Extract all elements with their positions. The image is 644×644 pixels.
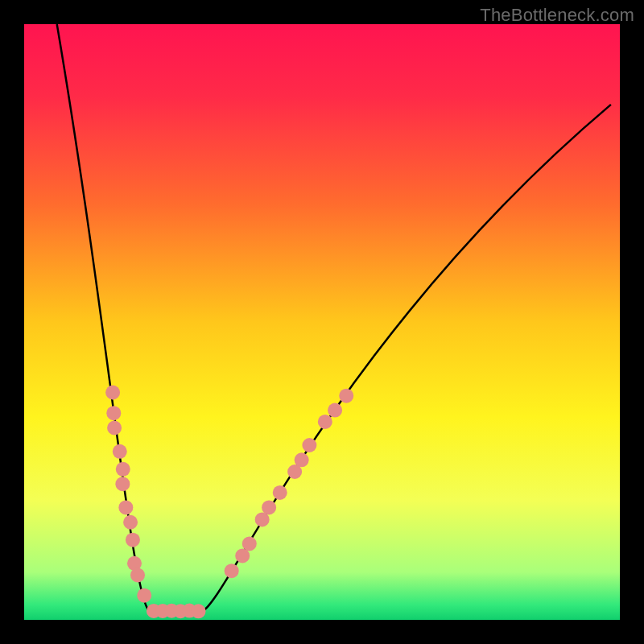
data-marker xyxy=(137,588,151,603)
watermark-text: TheBottleneck.com xyxy=(480,5,634,26)
data-marker xyxy=(273,485,287,500)
data-marker xyxy=(191,604,205,618)
data-marker xyxy=(235,548,250,563)
data-marker xyxy=(126,533,140,547)
data-marker xyxy=(130,568,145,582)
data-marker xyxy=(339,389,353,403)
data-marker xyxy=(105,386,120,400)
data-marker xyxy=(123,515,138,530)
chart-frame: TheBottleneck.com xyxy=(0,0,644,644)
data-marker xyxy=(118,500,133,514)
data-marker xyxy=(302,438,316,452)
data-marker xyxy=(287,464,302,479)
data-marker xyxy=(225,564,239,578)
data-marker xyxy=(242,536,257,551)
data-marker xyxy=(107,421,122,436)
data-marker xyxy=(328,403,342,418)
data-marker xyxy=(116,462,130,477)
data-marker xyxy=(106,406,121,420)
gradient-background xyxy=(24,24,620,620)
data-marker xyxy=(113,444,127,459)
data-marker xyxy=(115,477,130,491)
data-marker xyxy=(318,415,332,429)
chart-plot xyxy=(24,24,620,620)
data-marker xyxy=(255,512,270,526)
